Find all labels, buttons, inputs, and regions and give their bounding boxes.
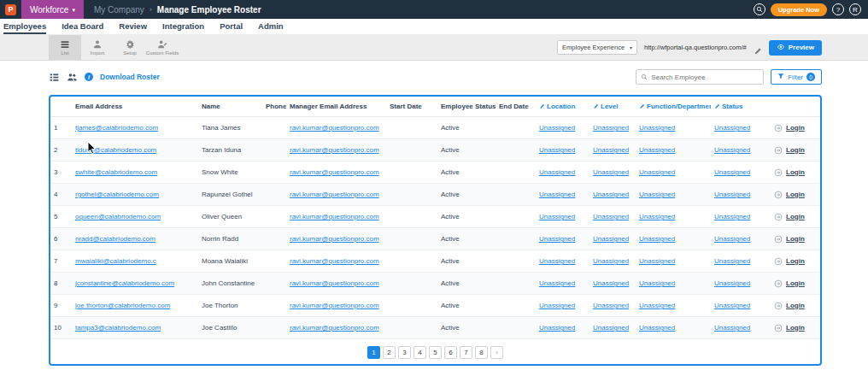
manager-email-link[interactable]: ravi.kumar@questionpro.com — [290, 257, 379, 265]
function-link[interactable]: Unassigned — [639, 324, 675, 332]
manager-email-link[interactable]: ravi.kumar@questionpro.com — [290, 213, 379, 220]
status-link[interactable]: Unassigned — [714, 235, 750, 243]
impersonate-icon[interactable] — [774, 191, 783, 198]
level-link[interactable]: Unassigned — [593, 279, 629, 287]
location-link[interactable]: Unassigned — [539, 324, 575, 332]
function-link[interactable]: Unassigned — [639, 168, 675, 176]
tab-admin[interactable]: Admin — [258, 19, 284, 34]
column-header-level[interactable]: Level — [589, 97, 636, 117]
breadcrumb-company-link[interactable]: My Company — [94, 5, 144, 15]
employee-email-link[interactable]: jconstantine@calabriodemo.com — [75, 279, 174, 287]
portal-url-link[interactable]: http://wfportal-qa.questionpro.com/# — [644, 44, 747, 51]
employee-email-link[interactable]: tiduna@calabriodemo.com — [75, 146, 156, 154]
login-link[interactable]: Login — [786, 146, 805, 154]
impersonate-icon[interactable] — [774, 302, 783, 309]
impersonate-icon[interactable] — [774, 124, 783, 132]
login-link[interactable]: Login — [786, 124, 805, 132]
employee-email-link[interactable]: rgothel@calabriodemo.com — [75, 191, 159, 198]
tab-employees[interactable]: Employees — [3, 19, 46, 34]
login-link[interactable]: Login — [786, 279, 805, 287]
function-link[interactable]: Unassigned — [639, 146, 675, 154]
tab-portal[interactable]: Portal — [220, 19, 243, 34]
level-link[interactable]: Unassigned — [593, 235, 629, 243]
preview-button[interactable]: Preview — [769, 40, 822, 56]
impersonate-icon[interactable] — [774, 213, 783, 220]
employee-email-link[interactable]: mwaialiki@calabriodemo.c — [75, 257, 156, 265]
level-link[interactable]: Unassigned — [593, 257, 629, 265]
tab-idea-board[interactable]: Idea Board — [62, 19, 103, 34]
column-header-function-department[interactable]: Function/Department — [636, 97, 711, 117]
manager-email-link[interactable]: ravi.kumar@questionpro.com — [290, 146, 379, 154]
search-icon[interactable] — [754, 3, 765, 15]
status-link[interactable]: Unassigned — [714, 124, 750, 132]
manager-email-link[interactable]: ravi.kumar@questionpro.com — [290, 279, 379, 287]
page-button-3[interactable]: 3 — [398, 346, 411, 359]
login-link[interactable]: Login — [786, 213, 805, 220]
column-header-status[interactable]: Status — [711, 97, 771, 117]
login-link[interactable]: Login — [786, 168, 805, 176]
info-icon[interactable]: i — [85, 73, 93, 81]
location-link[interactable]: Unassigned — [539, 257, 575, 265]
manager-email-link[interactable]: ravi.kumar@questionpro.com — [290, 324, 379, 332]
upgrade-button[interactable]: Upgrade Now — [771, 3, 827, 16]
location-link[interactable]: Unassigned — [539, 302, 575, 309]
level-link[interactable]: Unassigned — [593, 302, 629, 309]
page-next-button[interactable]: › — [490, 346, 503, 359]
list-view-icon[interactable] — [49, 72, 60, 83]
manager-email-link[interactable]: ravi.kumar@questionpro.com — [290, 191, 379, 198]
status-link[interactable]: Unassigned — [714, 213, 750, 220]
function-link[interactable]: Unassigned — [639, 124, 675, 132]
function-link[interactable]: Unassigned — [639, 191, 675, 198]
location-link[interactable]: Unassigned — [539, 124, 575, 132]
impersonate-icon[interactable] — [774, 235, 783, 243]
employees-group-icon[interactable] — [67, 72, 78, 83]
filter-button[interactable]: Filter 0 — [771, 69, 822, 85]
toolbar-import[interactable]: Import — [81, 35, 114, 60]
product-switcher[interactable]: Workforce ▾ — [21, 0, 84, 19]
location-link[interactable]: Unassigned — [539, 168, 575, 176]
status-link[interactable]: Unassigned — [714, 191, 750, 198]
page-button-1[interactable]: 1 — [367, 346, 380, 359]
help-icon[interactable]: ? — [832, 3, 844, 15]
employee-email-link[interactable]: joe.thorton@calabriodemo.com — [75, 302, 170, 309]
toolbar-list[interactable]: List — [49, 35, 81, 60]
page-button-5[interactable]: 5 — [429, 346, 442, 359]
employee-email-link[interactable]: tampa3@calabriodemo.com — [75, 324, 161, 332]
level-link[interactable]: Unassigned — [593, 213, 629, 220]
status-link[interactable]: Unassigned — [714, 324, 750, 332]
location-link[interactable]: Unassigned — [539, 213, 575, 220]
login-link[interactable]: Login — [786, 302, 805, 309]
status-link[interactable]: Unassigned — [714, 302, 750, 309]
function-link[interactable]: Unassigned — [639, 279, 675, 287]
location-link[interactable]: Unassigned — [539, 191, 575, 198]
avatar[interactable]: R — [849, 3, 861, 15]
download-roster-link[interactable]: Download Roster — [100, 73, 160, 81]
column-header-location[interactable]: Location — [536, 97, 589, 117]
status-link[interactable]: Unassigned — [714, 146, 750, 154]
employee-email-link[interactable]: nradd@calabriodemo.com — [75, 235, 155, 243]
manager-email-link[interactable]: ravi.kumar@questionpro.com — [290, 235, 379, 243]
tab-integration[interactable]: Integration — [162, 19, 204, 34]
function-link[interactable]: Unassigned — [639, 235, 675, 243]
edit-url-pencil-icon[interactable] — [754, 44, 762, 52]
impersonate-icon[interactable] — [774, 279, 783, 287]
employee-email-link[interactable]: oqueen@calabriodemo.com — [75, 213, 161, 220]
level-link[interactable]: Unassigned — [593, 168, 629, 176]
status-link[interactable]: Unassigned — [714, 257, 750, 265]
login-link[interactable]: Login — [786, 191, 805, 198]
function-link[interactable]: Unassigned — [639, 302, 675, 309]
login-link[interactable]: Login — [786, 257, 805, 265]
level-link[interactable]: Unassigned — [593, 124, 629, 132]
search-employee-input[interactable] — [651, 73, 759, 81]
location-link[interactable]: Unassigned — [539, 235, 575, 243]
status-link[interactable]: Unassigned — [714, 279, 750, 287]
level-link[interactable]: Unassigned — [593, 146, 629, 154]
impersonate-icon[interactable] — [774, 146, 783, 154]
level-link[interactable]: Unassigned — [593, 191, 629, 198]
questionpro-logo[interactable]: P — [5, 4, 16, 15]
manager-email-link[interactable]: ravi.kumar@questionpro.com — [290, 124, 379, 132]
tab-review[interactable]: Review — [119, 19, 147, 34]
page-button-4[interactable]: 4 — [413, 346, 426, 359]
level-link[interactable]: Unassigned — [593, 324, 629, 332]
page-button-8[interactable]: 8 — [475, 346, 488, 359]
